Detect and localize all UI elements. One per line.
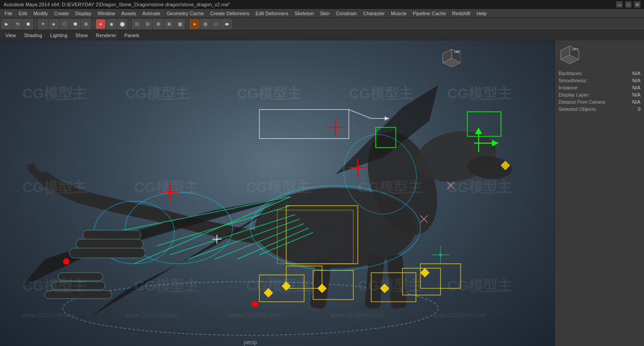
panel-menu-panels[interactable]: Panels xyxy=(121,32,143,39)
svg-line-9 xyxy=(349,110,371,118)
close-button[interactable]: ✕ xyxy=(634,1,640,8)
panel-menu-renderer[interactable]: Renderer xyxy=(92,32,120,39)
svg-text:CG模型主: CG模型主 xyxy=(134,179,199,195)
svg-text:CG模型主: CG模型主 xyxy=(246,278,311,294)
svg-marker-11 xyxy=(385,116,389,121)
instance-row: Instance: N/A xyxy=(559,85,640,90)
toolbar-btn-6[interactable]: ⬡ xyxy=(59,19,69,29)
svg-point-45 xyxy=(356,166,360,169)
toolbar-btn-13[interactable]: ⊟ xyxy=(143,19,153,29)
menu-item-create-deformers[interactable]: Create Deformers xyxy=(208,10,252,17)
toolbar-btn-20[interactable]: ⬬ xyxy=(222,19,232,29)
panel-menu-lighting[interactable]: Lighting xyxy=(47,32,71,39)
svg-text:www.CGMXW.com: www.CGMXW.com xyxy=(330,312,384,319)
window-controls: — □ ✕ xyxy=(616,1,640,8)
menu-item-geometry-cache[interactable]: Geometry Cache xyxy=(164,10,207,17)
channel-cube: LEFT xyxy=(559,44,581,66)
toolbar-btn-7[interactable]: ⬢ xyxy=(70,19,80,29)
distance-label: Distance From Camera: xyxy=(559,100,606,105)
toolbar-sep-3 xyxy=(129,20,130,28)
menu-item-display[interactable]: Display xyxy=(72,10,94,17)
main-viewport[interactable]: CG模型主 CG模型主 CG模型主 CG模型主 CG模型主 CG模型主 CG模型… xyxy=(0,40,555,346)
viewport-scene: CG模型主 CG模型主 CG模型主 CG模型主 CG模型主 CG模型主 CG模型… xyxy=(0,40,555,346)
svg-text:www.CGMXW.com: www.CGMXW.com xyxy=(22,312,75,319)
toolbar-btn-19[interactable]: ⬭ xyxy=(211,19,221,29)
smoothness-label: Smoothness: xyxy=(559,78,587,83)
svg-text:www.CGMXW.com: www.CGMXW.com xyxy=(433,312,487,319)
menu-item-file[interactable]: File xyxy=(2,10,15,17)
toolbar-btn-16[interactable]: ▦ xyxy=(175,19,185,29)
toolbar-btn-3[interactable]: ⏹ xyxy=(23,19,33,29)
svg-text:CG模型主: CG模型主 xyxy=(22,85,87,101)
svg-rect-54 xyxy=(76,239,143,249)
toolbar-btn-17[interactable]: ● xyxy=(190,19,199,29)
menu-item-animate[interactable]: Animate xyxy=(140,10,163,17)
toolbar-btn-9[interactable]: ● xyxy=(96,19,106,29)
menu-item-muscle[interactable]: Muscle xyxy=(388,10,409,17)
minimize-button[interactable]: — xyxy=(616,1,623,8)
svg-rect-53 xyxy=(83,230,141,240)
distance-value: N/A xyxy=(632,99,640,105)
panel-menu-show[interactable]: Show xyxy=(72,32,92,39)
menu-item-edit-deformers[interactable]: Edit Deformers xyxy=(253,10,291,17)
svg-point-48 xyxy=(252,301,258,307)
menu-item-skeleton[interactable]: Skeleton xyxy=(292,10,317,17)
title-text: Autodesk Maya 2014 x64: D:\EVERYDAY 2\Dr… xyxy=(4,2,230,7)
menu-item-constrain[interactable]: Constrain xyxy=(333,10,360,17)
panel-menu: View Shading Lighting Show Renderer Pane… xyxy=(0,30,644,40)
svg-text:LEFT: LEFT xyxy=(572,48,579,51)
svg-text:CG模型主: CG模型主 xyxy=(447,85,512,101)
toolbar-btn-5[interactable]: ◈ xyxy=(49,19,59,29)
toolbar-btn-8[interactable]: ⊞ xyxy=(81,19,91,29)
backfaces-row: Backfaces: N/A xyxy=(559,71,640,76)
toolbar-btn-1[interactable]: ▶ xyxy=(2,19,12,29)
menu-item-help[interactable]: Help xyxy=(474,10,489,17)
distance-row: Distance From Camera: N/A xyxy=(559,99,640,105)
toolbar-btn-4[interactable]: ✦ xyxy=(38,19,48,29)
svg-rect-55 xyxy=(69,248,145,258)
svg-text:CG模型主: CG模型主 xyxy=(237,85,302,101)
toolbar-btn-11[interactable]: ⬤ xyxy=(117,19,127,29)
toolbar-btn-2[interactable]: ⟲ xyxy=(13,19,22,29)
menu-item-assets[interactable]: Assets xyxy=(119,10,139,17)
menu-item-window[interactable]: Window xyxy=(95,10,118,17)
svg-text:CG模型主: CG模型主 xyxy=(349,85,414,101)
persp-label: persp xyxy=(244,339,257,346)
backfaces-label: Backfaces: xyxy=(559,71,583,76)
menu-item-create[interactable]: Create xyxy=(51,10,72,17)
panel-menu-shading[interactable]: Shading xyxy=(21,32,46,39)
panel-menu-view[interactable]: View xyxy=(2,32,20,39)
selected-objects-row: Selected Objects: 0 xyxy=(559,106,640,112)
menu-item-pipeline-cache[interactable]: Pipeline Cache xyxy=(410,10,449,17)
toolbar-btn-12[interactable]: ⊡ xyxy=(132,19,142,29)
smoothness-row: Smoothness: N/A xyxy=(559,78,640,83)
svg-text:CG模型主: CG模型主 xyxy=(134,278,199,294)
selected-objects-value: 0 xyxy=(638,106,640,112)
maximize-button[interactable]: □ xyxy=(625,1,631,8)
menu-item-redshift[interactable]: Redshift xyxy=(449,10,473,17)
menu-item-skin[interactable]: Skin xyxy=(317,10,332,17)
svg-marker-22 xyxy=(420,268,429,277)
svg-text:LEFT: LEFT xyxy=(454,50,461,53)
svg-text:CG模型主: CG模型主 xyxy=(246,179,311,195)
menu-bar: FileEditModifyCreateDisplayWindowAssetsA… xyxy=(0,9,644,18)
svg-text:CG模型主: CG模型主 xyxy=(358,179,423,195)
instance-label: Instance: xyxy=(559,85,579,90)
svg-text:www.CGMXW.com: www.CGMXW.com xyxy=(228,312,281,319)
svg-text:www.CGMXW.com: www.CGMXW.com xyxy=(125,312,178,319)
toolbar-btn-15[interactable]: ⊠ xyxy=(164,19,174,29)
right-panel: LEFT Backfaces: N/A Smoothness: N/A Inst… xyxy=(555,40,644,346)
toolbar-btn-18[interactable]: ◍ xyxy=(200,19,210,29)
display-layer-value: N/A xyxy=(632,92,640,97)
svg-text:CG模型主: CG模型主 xyxy=(22,179,87,195)
toolbar: ▶ ⟲ ⏹ ✦ ◈ ⬡ ⬢ ⊞ ● ◉ ⬤ ⊡ ⊟ ⊞ ⊠ ▦ ● ◍ ⬭ ⬬ xyxy=(0,18,644,30)
toolbar-btn-14[interactable]: ⊞ xyxy=(153,19,163,29)
svg-text:CG模型主: CG模型主 xyxy=(447,278,512,294)
instance-value: N/A xyxy=(632,85,640,90)
svg-text:CG模型主: CG模型主 xyxy=(22,278,87,294)
menu-item-modify[interactable]: Modify xyxy=(31,10,51,17)
menu-item-edit[interactable]: Edit xyxy=(16,10,30,17)
display-layer-label: Display Layer: xyxy=(559,92,590,97)
menu-item-character[interactable]: Character xyxy=(360,10,387,17)
toolbar-btn-10[interactable]: ◉ xyxy=(106,19,116,29)
